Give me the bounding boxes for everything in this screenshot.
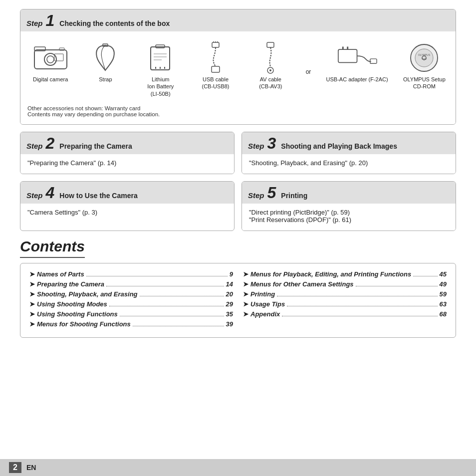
step4-body: "Camera Settings" (p. 3) [20,204,234,223]
toc-item: ➤Using Shooting Functions35 [29,310,233,318]
toc-arrow: ➤ [29,290,35,298]
av-cable-icon [250,41,290,74]
toc-item: ➤Names of Parts9 [29,270,233,278]
item-av-cable: AV cable (CB-AV3) [250,41,290,90]
toc-item: ➤Using Shooting Modes29 [29,300,233,308]
toc-arrow: ➤ [243,280,248,288]
toc-page: 35 [226,310,233,318]
toc-item: ➤Printing59 [243,290,447,298]
toc-arrow: ➤ [29,320,35,328]
cdrom-icon: OLYMPUS Setup [404,41,444,74]
toc-dots [282,316,437,316]
toc-page: 63 [440,300,447,308]
toc-label: Using Shooting Modes [37,300,107,308]
step3-box: Step 3 Shooting and Playing Back Images … [241,132,456,174]
item-adapter: USB-AC adapter (F-2AC) [326,41,388,83]
toc-label: Using Shooting Functions [37,310,118,318]
toc-page: 68 [440,310,447,318]
strap-icon [85,41,125,74]
usb-cable-icon [196,41,236,74]
step2-word: Step [26,142,43,150]
svg-text:Setup: Setup [422,57,427,60]
step1-word: Step [26,19,43,27]
toc-dots [109,306,224,306]
svg-point-2 [47,56,54,63]
item-cdrom-label: OLYMPUS Setup CD-ROM [403,76,446,90]
toc-arrow: ➤ [243,310,248,318]
toc-page: 59 [440,290,447,298]
item-camera: Digital camera [30,41,70,83]
item-strap-label: Strap [99,76,112,83]
toc-arrow: ➤ [29,310,35,318]
footer-language: EN [26,464,36,472]
contents-box: ➤Names of Parts9➤Preparing the Camera14➤… [20,263,456,338]
toc-page: 20 [226,290,233,298]
step5-text-line2: "Print Reservations (DPOF)" (p. 61) [249,216,449,224]
toc-page: 9 [230,270,233,278]
toc-item: ➤Menus for Shooting Functions39 [29,320,233,328]
camera-icon [30,41,70,74]
toc-dots [287,306,437,306]
toc-label: Appendix [250,310,280,318]
svg-rect-15 [212,42,219,47]
toc-arrow: ➤ [29,300,35,308]
toc-label: Menus for Shooting Functions [37,320,131,328]
toc-dots [413,276,437,276]
toc-label: Menus for Other Camera Settings [250,280,354,288]
item-cdrom: OLYMPUS Setup OLYMPUS Setup CD-ROM [403,41,446,90]
toc-arrow: ➤ [29,270,35,278]
contents-section: Contents ➤Names of Parts9➤Preparing the … [20,238,456,338]
toc-label: Shooting, Playback, and Erasing [37,290,138,298]
step2-text: "Preparing the Camera" (p. 14) [27,159,116,167]
toc-page: 45 [440,270,447,278]
item-adapter-label: USB-AC adapter (F-2AC) [326,76,388,83]
toc-label: Menus for Playback, Editing, and Printin… [250,270,411,278]
step3-body: "Shooting, Playback, and Erasing" (p. 20… [242,154,456,174]
item-strap: Strap [85,41,125,83]
item-battery: Lithium Ion Battery (LI-50B) [141,41,181,97]
toc-dots [356,286,438,286]
toc-item: ➤Appendix68 [243,310,447,318]
item-battery-label: Lithium Ion Battery (LI-50B) [147,76,174,97]
contents-right-col: ➤Menus for Playback, Editing, and Printi… [243,270,447,330]
step2-number: 2 [46,135,55,151]
steps-row-23: Step 2 Preparing the Camera "Preparing t… [20,132,456,174]
step1-box: Step 1 Checking the contents of the box [20,9,456,125]
contents-left-col: ➤Names of Parts9➤Preparing the Camera14➤… [29,270,233,330]
toc-page: 29 [226,300,233,308]
step5-body: "Direct printing (PictBridge)" (p. 59) "… [242,204,456,231]
step3-header: Step 3 Shooting and Playing Back Images [242,132,456,154]
step2-title: Preparing the Camera [59,142,132,150]
adapter-icon [337,41,377,74]
toc-arrow: ➤ [243,290,248,298]
item-camera-label: Digital camera [33,76,68,83]
step5-text-line1: "Direct printing (PictBridge)" (p. 59) [249,209,449,216]
page-footer: 2 EN [0,459,476,476]
toc-dots [277,296,437,296]
or-text: or [306,63,311,75]
toc-page: 39 [226,320,233,328]
steps-row-45: Step 4 How to Use the Camera "Camera Set… [20,181,456,231]
step4-title: How to Use the Camera [59,192,137,200]
step3-number: 3 [267,135,276,151]
toc-page: 14 [226,280,233,288]
step1-title: Checking the contents of the box [59,19,170,27]
step3-text: "Shooting, Playback, and Erasing" (p. 20… [249,159,368,167]
toc-arrow: ➤ [243,300,248,308]
toc-label: Printing [250,290,275,298]
svg-point-22 [269,69,271,71]
step4-header: Step 4 How to Use the Camera [20,182,234,204]
footer-page-number: 2 [9,462,21,473]
toc-dots [86,276,228,276]
toc-dots [133,326,224,326]
item-av-label: AV cable (CB-AV3) [259,76,282,90]
step2-header: Step 2 Preparing the Camera [20,132,234,154]
toc-item: ➤Shooting, Playback, and Erasing20 [29,290,233,298]
toc-arrow: ➤ [243,270,248,278]
toc-page: 49 [440,280,447,288]
item-usb-label: USB cable (CB-USB8) [202,76,230,90]
toc-item: ➤Preparing the Camera14 [29,280,233,288]
toc-item: ➤Usage Tips63 [243,300,447,308]
svg-text:OLYMPUS: OLYMPUS [418,53,431,56]
items-row: Digital camera Strap [27,36,449,100]
